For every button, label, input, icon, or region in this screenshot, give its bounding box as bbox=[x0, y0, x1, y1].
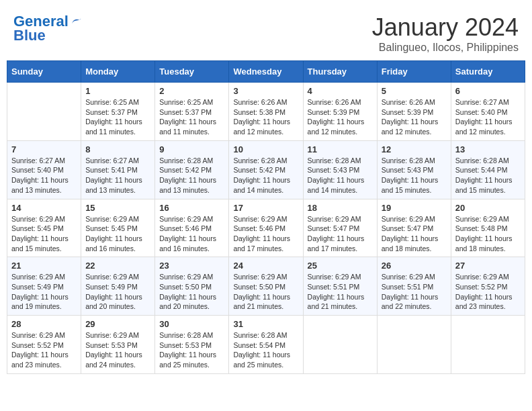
day-info: Sunrise: 6:29 AMSunset: 5:50 PMDaylight:… bbox=[159, 272, 224, 312]
day-number: 17 bbox=[233, 203, 298, 213]
day-number: 27 bbox=[455, 261, 521, 271]
day-number: 19 bbox=[382, 203, 447, 213]
day-info: Sunrise: 6:28 AMSunset: 5:42 PMDaylight:… bbox=[159, 156, 224, 195]
day-info: Sunrise: 6:26 AMSunset: 5:39 PMDaylight:… bbox=[308, 97, 373, 137]
calendar-cell: 24Sunrise: 6:29 AMSunset: 5:50 PMDayligh… bbox=[229, 257, 303, 316]
day-info: Sunrise: 6:28 AMSunset: 5:43 PMDaylight:… bbox=[382, 156, 447, 195]
day-info: Sunrise: 6:27 AMSunset: 5:41 PMDaylight:… bbox=[85, 156, 150, 195]
day-info: Sunrise: 6:29 AMSunset: 5:49 PMDaylight:… bbox=[85, 272, 150, 312]
calendar-cell: 20Sunrise: 6:29 AMSunset: 5:48 PMDayligh… bbox=[451, 199, 525, 257]
month-title: January 2024 bbox=[372, 13, 519, 42]
calendar-cell: 21Sunrise: 6:29 AMSunset: 5:49 PMDayligh… bbox=[7, 257, 81, 316]
calendar-cell bbox=[377, 316, 451, 374]
calendar-header-row: SundayMondayTuesdayWednesdayThursdayFrid… bbox=[7, 61, 525, 83]
calendar-cell: 25Sunrise: 6:29 AMSunset: 5:51 PMDayligh… bbox=[303, 257, 377, 316]
day-number: 3 bbox=[233, 86, 298, 96]
calendar-cell: 23Sunrise: 6:29 AMSunset: 5:50 PMDayligh… bbox=[155, 257, 229, 316]
day-info: Sunrise: 6:29 AMSunset: 5:49 PMDaylight:… bbox=[11, 272, 77, 312]
day-number: 22 bbox=[85, 261, 150, 271]
day-number: 28 bbox=[11, 319, 77, 329]
logo-bird-icon bbox=[70, 15, 82, 28]
day-header-monday: Monday bbox=[81, 61, 155, 83]
day-info: Sunrise: 6:28 AMSunset: 5:53 PMDaylight:… bbox=[159, 330, 224, 370]
calendar-cell: 15Sunrise: 6:29 AMSunset: 5:45 PMDayligh… bbox=[81, 199, 155, 257]
day-number: 8 bbox=[85, 144, 150, 154]
day-number: 29 bbox=[85, 319, 150, 329]
calendar-cell: 27Sunrise: 6:29 AMSunset: 5:52 PMDayligh… bbox=[451, 257, 525, 316]
day-info: Sunrise: 6:29 AMSunset: 5:51 PMDaylight:… bbox=[308, 272, 373, 312]
location-title: Balingueo, Ilocos, Philippines bbox=[372, 42, 519, 54]
calendar-cell: 29Sunrise: 6:29 AMSunset: 5:53 PMDayligh… bbox=[81, 316, 155, 374]
calendar-cell: 31Sunrise: 6:28 AMSunset: 5:54 PMDayligh… bbox=[229, 316, 303, 374]
week-row-3: 14Sunrise: 6:29 AMSunset: 5:45 PMDayligh… bbox=[7, 199, 525, 257]
calendar-cell: 1Sunrise: 6:25 AMSunset: 5:37 PMDaylight… bbox=[81, 83, 155, 141]
calendar-cell: 10Sunrise: 6:28 AMSunset: 5:42 PMDayligh… bbox=[229, 140, 303, 199]
day-number: 30 bbox=[159, 319, 224, 329]
day-info: Sunrise: 6:29 AMSunset: 5:47 PMDaylight:… bbox=[308, 214, 373, 254]
day-header-saturday: Saturday bbox=[451, 61, 525, 83]
week-row-5: 28Sunrise: 6:29 AMSunset: 5:52 PMDayligh… bbox=[7, 316, 525, 374]
calendar-cell: 28Sunrise: 6:29 AMSunset: 5:52 PMDayligh… bbox=[7, 316, 81, 374]
week-row-4: 21Sunrise: 6:29 AMSunset: 5:49 PMDayligh… bbox=[7, 257, 525, 316]
day-info: Sunrise: 6:29 AMSunset: 5:53 PMDaylight:… bbox=[85, 330, 150, 370]
day-info: Sunrise: 6:29 AMSunset: 5:45 PMDaylight:… bbox=[11, 214, 77, 254]
day-info: Sunrise: 6:26 AMSunset: 5:39 PMDaylight:… bbox=[382, 97, 447, 137]
page-header: General Blue January 2024 Balingueo, Ilo… bbox=[7, 7, 525, 57]
day-number: 13 bbox=[455, 144, 521, 154]
day-number: 5 bbox=[382, 86, 447, 96]
day-info: Sunrise: 6:26 AMSunset: 5:38 PMDaylight:… bbox=[233, 97, 298, 137]
day-info: Sunrise: 6:29 AMSunset: 5:47 PMDaylight:… bbox=[382, 214, 447, 254]
calendar-cell: 4Sunrise: 6:26 AMSunset: 5:39 PMDaylight… bbox=[303, 83, 377, 141]
day-info: Sunrise: 6:29 AMSunset: 5:51 PMDaylight:… bbox=[382, 272, 447, 312]
logo: General Blue bbox=[13, 13, 82, 44]
day-header-friday: Friday bbox=[377, 61, 451, 83]
day-number: 2 bbox=[159, 86, 224, 96]
calendar-cell: 26Sunrise: 6:29 AMSunset: 5:51 PMDayligh… bbox=[377, 257, 451, 316]
day-info: Sunrise: 6:27 AMSunset: 5:40 PMDaylight:… bbox=[455, 97, 521, 137]
day-number: 12 bbox=[382, 144, 447, 154]
calendar-cell: 18Sunrise: 6:29 AMSunset: 5:47 PMDayligh… bbox=[303, 199, 377, 257]
day-info: Sunrise: 6:29 AMSunset: 5:48 PMDaylight:… bbox=[455, 214, 521, 254]
day-number: 25 bbox=[308, 261, 373, 271]
calendar-cell: 14Sunrise: 6:29 AMSunset: 5:45 PMDayligh… bbox=[7, 199, 81, 257]
week-row-1: 1Sunrise: 6:25 AMSunset: 5:37 PMDaylight… bbox=[7, 83, 525, 141]
calendar-cell: 2Sunrise: 6:25 AMSunset: 5:37 PMDaylight… bbox=[155, 83, 229, 141]
day-number: 10 bbox=[233, 144, 298, 154]
day-number: 18 bbox=[308, 203, 373, 213]
day-number: 20 bbox=[455, 203, 521, 213]
calendar-cell bbox=[451, 316, 525, 374]
week-row-2: 7Sunrise: 6:27 AMSunset: 5:40 PMDaylight… bbox=[7, 140, 525, 199]
day-info: Sunrise: 6:28 AMSunset: 5:54 PMDaylight:… bbox=[233, 330, 298, 370]
calendar-cell: 13Sunrise: 6:28 AMSunset: 5:44 PMDayligh… bbox=[451, 140, 525, 199]
calendar-table: SundayMondayTuesdayWednesdayThursdayFrid… bbox=[7, 60, 525, 374]
day-number: 21 bbox=[11, 261, 77, 271]
calendar-cell: 12Sunrise: 6:28 AMSunset: 5:43 PMDayligh… bbox=[377, 140, 451, 199]
day-info: Sunrise: 6:29 AMSunset: 5:45 PMDaylight:… bbox=[85, 214, 150, 254]
day-number: 7 bbox=[11, 144, 77, 154]
calendar-cell: 19Sunrise: 6:29 AMSunset: 5:47 PMDayligh… bbox=[377, 199, 451, 257]
calendar-cell: 6Sunrise: 6:27 AMSunset: 5:40 PMDaylight… bbox=[451, 83, 525, 141]
day-header-tuesday: Tuesday bbox=[155, 61, 229, 83]
day-info: Sunrise: 6:25 AMSunset: 5:37 PMDaylight:… bbox=[159, 97, 224, 137]
day-number: 23 bbox=[159, 261, 224, 271]
calendar-cell: 3Sunrise: 6:26 AMSunset: 5:38 PMDaylight… bbox=[229, 83, 303, 141]
day-info: Sunrise: 6:29 AMSunset: 5:52 PMDaylight:… bbox=[455, 272, 521, 312]
calendar-cell: 30Sunrise: 6:28 AMSunset: 5:53 PMDayligh… bbox=[155, 316, 229, 374]
calendar-body: 1Sunrise: 6:25 AMSunset: 5:37 PMDaylight… bbox=[7, 83, 525, 374]
calendar-cell: 22Sunrise: 6:29 AMSunset: 5:49 PMDayligh… bbox=[81, 257, 155, 316]
day-number: 31 bbox=[233, 319, 298, 329]
day-info: Sunrise: 6:29 AMSunset: 5:52 PMDaylight:… bbox=[11, 330, 77, 370]
day-number: 26 bbox=[382, 261, 447, 271]
calendar-cell: 7Sunrise: 6:27 AMSunset: 5:40 PMDaylight… bbox=[7, 140, 81, 199]
day-info: Sunrise: 6:28 AMSunset: 5:44 PMDaylight:… bbox=[455, 156, 521, 195]
day-info: Sunrise: 6:27 AMSunset: 5:40 PMDaylight:… bbox=[11, 156, 77, 195]
day-info: Sunrise: 6:29 AMSunset: 5:46 PMDaylight:… bbox=[233, 214, 298, 254]
title-section: January 2024 Balingueo, Ilocos, Philippi… bbox=[372, 13, 519, 54]
calendar-cell: 11Sunrise: 6:28 AMSunset: 5:43 PMDayligh… bbox=[303, 140, 377, 199]
calendar-cell: 8Sunrise: 6:27 AMSunset: 5:41 PMDaylight… bbox=[81, 140, 155, 199]
day-number: 9 bbox=[159, 144, 224, 154]
day-number: 6 bbox=[455, 86, 521, 96]
day-info: Sunrise: 6:25 AMSunset: 5:37 PMDaylight:… bbox=[85, 97, 150, 137]
day-number: 24 bbox=[233, 261, 298, 271]
day-info: Sunrise: 6:29 AMSunset: 5:46 PMDaylight:… bbox=[159, 214, 224, 254]
